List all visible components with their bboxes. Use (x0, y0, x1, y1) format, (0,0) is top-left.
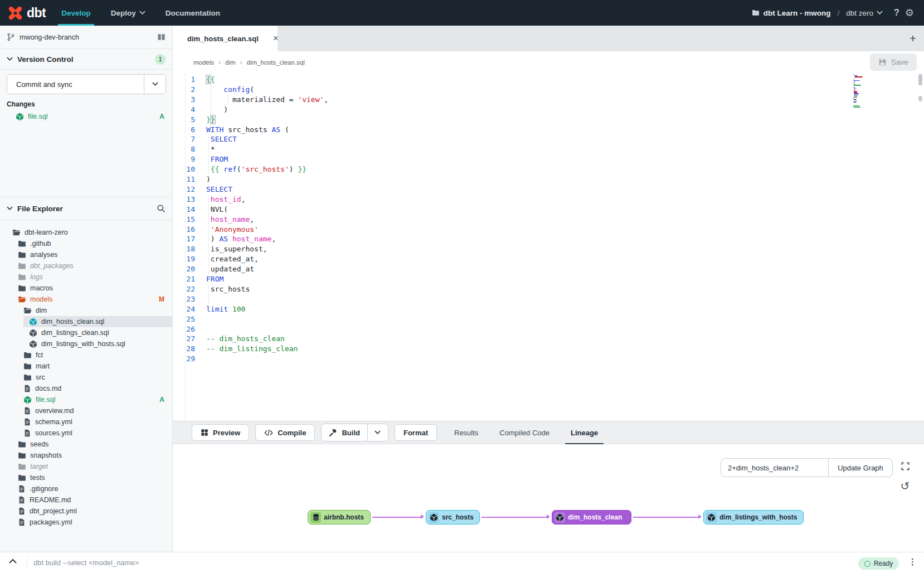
tree-item-snapshots[interactable]: snapshots (0, 450, 172, 461)
code-line-5[interactable]: 5}} (173, 115, 924, 125)
code-line-23[interactable]: 23 (173, 294, 924, 304)
code-line-12[interactable]: 12SELECT (173, 184, 924, 195)
kebab-menu-icon[interactable]: ⋮ (908, 557, 917, 567)
tree-item-readme-md[interactable]: README.md (0, 494, 172, 506)
tree-item-fct[interactable]: fct (0, 349, 172, 361)
code-line-10[interactable]: 10 {{ ref('src_hosts') }} (173, 164, 924, 174)
tree-item--gitignore[interactable]: .gitignore (0, 483, 172, 494)
lineage-node-dim-listings-with-hosts[interactable]: dim_listings_with_hosts (703, 510, 804, 525)
tree-item-target[interactable]: target (0, 461, 172, 472)
code-line-19[interactable]: 19 created_at, (173, 254, 924, 264)
help-icon[interactable]: ? (894, 8, 899, 18)
tab-lineage[interactable]: Lineage (571, 421, 598, 444)
lineage-selector-input[interactable]: 2+dim_hosts_clean+2 (721, 459, 828, 477)
chevron-up-icon[interactable] (9, 558, 17, 564)
tab-compiled-code[interactable]: Compiled Code (499, 421, 549, 444)
code-line-20[interactable]: 20 updated_at (173, 264, 924, 274)
code-line-24[interactable]: 24limit 100 (173, 304, 924, 314)
commit-options-dropdown[interactable] (144, 75, 166, 94)
save-button[interactable]: Save (870, 54, 917, 71)
breadcrumb-dim[interactable]: dim (225, 59, 236, 66)
nav-deploy[interactable]: Deploy (111, 0, 145, 26)
tree-item-dim-listings-clean-sql[interactable]: dim_listings_clean.sql (0, 327, 172, 338)
tree-item-tests[interactable]: tests (0, 472, 172, 483)
tab-dim-hosts-clean[interactable]: dim_hosts_clean.sql × (173, 26, 278, 51)
tree-item-file-sql[interactable]: file.sqlA (0, 394, 172, 405)
editor-scrollbar[interactable] (918, 73, 923, 421)
compile-button[interactable]: Compile (255, 424, 315, 441)
code-line-16[interactable]: 16 'Anonymous' (173, 225, 924, 235)
code-line-4[interactable]: 4 ) (173, 105, 924, 115)
code-line-21[interactable]: 21FROM (173, 274, 924, 284)
code-line-1[interactable]: 1{{ (173, 75, 924, 85)
breadcrumb-models[interactable]: models (193, 59, 214, 66)
tree-item-dim[interactable]: dim (0, 305, 172, 316)
tab-results[interactable]: Results (454, 421, 478, 444)
code-line-18[interactable]: 18 is_superhost, (173, 244, 924, 254)
tree-item-analyses[interactable]: analyses (0, 249, 172, 260)
code-line-15[interactable]: 15 host_name, (173, 215, 924, 225)
changed-file-file.sql[interactable]: file.sql A (0, 110, 172, 123)
environment-selector[interactable]: dbt zero (846, 9, 883, 17)
tree-item-mart[interactable]: mart (0, 361, 172, 372)
code-line-3[interactable]: 3 materialized = 'view', (173, 95, 924, 105)
nav-documentation[interactable]: Documentation (166, 0, 220, 26)
code-line-26[interactable]: 26 (173, 324, 924, 334)
code-line-7[interactable]: 7 SELECT (173, 134, 924, 144)
new-tab-button[interactable]: + (910, 26, 916, 51)
format-button[interactable]: Format (395, 424, 437, 441)
fullscreen-icon[interactable] (897, 458, 913, 474)
tree-item-dim-listings-with-hosts-sql[interactable]: dim_listings_with_hosts.sql (0, 338, 172, 349)
tree-item-seeds[interactable]: seeds (0, 439, 172, 450)
tree-item-dbt-project-yml[interactable]: dbt_project.yml (0, 506, 172, 517)
preview-button[interactable]: Preview (192, 424, 249, 441)
tree-item-dbt-packages[interactable]: dbt_packages (0, 260, 172, 271)
code-line-11[interactable]: 11) (173, 174, 924, 184)
tree-item-packages-yml[interactable]: packages.yml (0, 517, 172, 528)
code-line-6[interactable]: 6WITH src_hosts AS ( (173, 125, 924, 135)
tree-item-schema-yml[interactable]: schema.yml (0, 416, 172, 428)
search-icon[interactable] (157, 204, 166, 213)
code-line-25[interactable]: 25 (173, 314, 924, 324)
tree-item-src[interactable]: src (0, 372, 172, 383)
commit-and-sync-button[interactable]: Commit and sync (7, 74, 166, 94)
tree-item-dim-hosts-clean-sql[interactable]: dim_hosts_clean.sql (23, 316, 172, 327)
nav-develop[interactable]: Develop (61, 0, 91, 26)
code-line-2[interactable]: 2 config( (173, 85, 924, 95)
update-graph-button[interactable]: Update Graph (828, 459, 892, 477)
code-line-14[interactable]: 14 NVL( (173, 205, 924, 215)
code-line-17[interactable]: 17 ) AS host_name, (173, 234, 924, 244)
close-icon[interactable]: × (273, 34, 278, 43)
command-input[interactable]: dbt build --select <model_name> (33, 552, 139, 573)
tree-item-dbt-learn-zero[interactable]: dbt-learn-zero (0, 227, 172, 238)
build-options-dropdown[interactable] (367, 424, 388, 441)
split-panes-icon[interactable] (157, 33, 166, 41)
lineage-node-airbnb-hosts[interactable]: airbnb.hosts (308, 510, 371, 525)
breadcrumb-file[interactable]: dim_hosts_clean.sql (247, 59, 305, 66)
version-control-header[interactable]: Version Control 1 (0, 49, 172, 70)
tree-item-overview-md[interactable]: overview.md (0, 405, 172, 416)
code-line-13[interactable]: 13 host_id, (173, 195, 924, 205)
file-explorer-header[interactable]: File Explorer (0, 197, 172, 220)
code-line-28[interactable]: 28-- dim_listings_clean (173, 344, 924, 354)
tree-item-docs-md[interactable]: docs.md (0, 383, 172, 394)
dbt-logo[interactable]: dbt (0, 6, 54, 21)
lineage-node-dim-hosts-clean[interactable]: dim_hosts_clean (552, 510, 631, 525)
gear-icon[interactable]: ⚙ (905, 8, 914, 18)
lineage-node-src-hosts[interactable]: src_hosts (426, 510, 480, 525)
tree-item-sources-yml[interactable]: sources.yml (0, 428, 172, 439)
code-line-29[interactable]: 29 (173, 354, 924, 364)
project-selector[interactable]: dbt Learn - mwong (752, 9, 831, 17)
build-button[interactable]: Build (322, 424, 367, 441)
reset-view-icon[interactable]: ↺ (897, 478, 913, 494)
scrollbar-thumb[interactable] (918, 74, 922, 85)
tree-item-models[interactable]: modelsM (0, 294, 172, 305)
code-line-8[interactable]: 8 * (173, 144, 924, 154)
tree-item--github[interactable]: .github (0, 238, 172, 249)
code-line-22[interactable]: 22 src_hosts (173, 284, 924, 294)
code-line-9[interactable]: 9 FROM (173, 154, 924, 164)
tree-item-logs[interactable]: logs (0, 271, 172, 283)
tree-item-macros[interactable]: macros (0, 283, 172, 294)
code-line-27[interactable]: 27-- dim_hosts_clean (173, 334, 924, 344)
code-editor[interactable]: 1{{2 config(3 materialized = 'view',4 )5… (173, 73, 924, 421)
